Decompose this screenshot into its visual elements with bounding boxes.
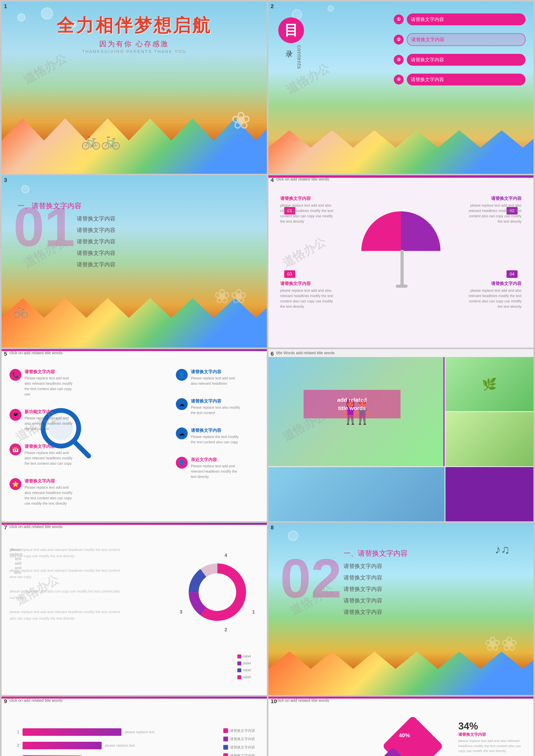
heart-icon: ❤ <box>10 409 21 421</box>
menu-label-3: 请替换文字内容 <box>411 57 444 62</box>
item-title-6: 请替换文字内容 <box>191 398 242 404</box>
legend-right: 请替换文字内容 请替换文字内容 请替换文字内容 请替换文字内容 <box>223 728 255 756</box>
text-title-4: 请替换文字内容 <box>466 280 521 287</box>
axis-2: 2 <box>224 627 227 632</box>
slide3-section-title: 一、请替换文字内容 <box>17 201 81 211</box>
slide5-right-items: 👤 请替换文字内容 Please replace text add and al… <box>176 369 259 480</box>
legend-text: 请替换文字内容 <box>230 737 255 741</box>
bubble <box>21 185 29 193</box>
slide5-item-6: ☁ 请替换文字内容 Please replace text also modif… <box>176 398 259 416</box>
list-item-5: 请替换文字内容 <box>77 261 116 268</box>
legend-label-3: label <box>243 668 251 672</box>
star-icon: ⭐ <box>10 478 21 490</box>
slide-9: 9 click on add related title words 1 ple… <box>2 697 267 756</box>
bar-text-2: please replace text <box>105 743 168 748</box>
item-title-7: 请替换文字内容 <box>191 427 242 433</box>
list-item-3: 请替换文字内容 <box>344 585 382 593</box>
menu-bar-1: 请替换文字内容 <box>407 14 525 25</box>
legend-dot-1 <box>237 654 241 658</box>
text-desc-1: please replace text add and also relevan… <box>280 203 336 224</box>
legend-label-1: label <box>243 654 251 658</box>
bike-icon: 🚲🚲 <box>81 131 121 150</box>
list-item-1: 请替换文字内容 <box>344 563 382 570</box>
legend-r2: 请替换文字内容 <box>223 737 255 741</box>
cloud-icon: ☁ <box>176 398 188 410</box>
slide1-subtitle: 因为有你 心存感激 <box>2 39 267 49</box>
nature-icon: 🌿 <box>482 377 497 391</box>
music-note: ♪♫ <box>495 543 510 556</box>
umbrella-handle <box>401 250 404 286</box>
label-04-text: 04 <box>510 272 515 276</box>
bar-row-1: 1 please replace text <box>14 728 168 736</box>
menu-item-1: ① 请替换文字内容 <box>394 14 525 25</box>
legend-dot <box>223 728 228 733</box>
bar-fill-3 <box>22 755 82 756</box>
slide-title: title Words add related title words <box>276 351 335 355</box>
slide-number: 7 <box>4 524 7 531</box>
list-item-5: 请替换文字内容 <box>344 608 382 616</box>
bar-label-1: 1 <box>14 730 19 735</box>
slide8-section-title: 一、请替换文字内容 <box>344 549 408 558</box>
legend-dot <box>223 745 228 750</box>
umbrella-top <box>361 211 440 251</box>
slide-number: 1 <box>4 3 7 10</box>
legend-item-1: label <box>237 654 251 658</box>
bar-row-2: 2 please replace text <box>14 742 168 749</box>
slide-4: 4 click on add related title words 01 02… <box>268 175 534 348</box>
slide5-item-4: ⭐ 请替换文字内容 Please replace text add and al… <box>10 478 108 506</box>
slide1-eng: THANKSGIVING PARENTS THANK YOU <box>2 49 267 54</box>
legend-dot-2 <box>237 661 241 665</box>
legend-text: 请替换文字内容 <box>230 753 255 756</box>
bubble <box>328 6 334 12</box>
legend-label-2: label <box>243 661 251 665</box>
text-row-1: please replace text add and relevant hea… <box>10 547 120 560</box>
legend-r1: 请替换文字内容 <box>223 728 255 733</box>
slide8-list: 请替换文字内容 请替换文字内容 请替换文字内容 请替换文字内容 请替换文字内容 <box>344 563 382 620</box>
bike-icon: 🚲 <box>14 304 28 318</box>
lu-char: 录 <box>284 45 294 46</box>
menu-label-1: 请替换文字内容 <box>411 16 444 22</box>
pct-34: 34% <box>458 720 521 732</box>
photo-main: 👫 add relatedtitle words <box>268 357 445 466</box>
photo-right-1: 🌿 <box>445 357 534 411</box>
slide-10: 10 click on add related title words 40% … <box>268 697 534 756</box>
list-item-2: 请替换文字内容 <box>344 574 382 581</box>
item-text-4: 请替换文字内容 Please replace text add and also… <box>24 478 76 506</box>
legend-item-2: label <box>237 661 251 665</box>
text-row-4: please replace text add and relevant hea… <box>10 609 120 622</box>
umbrella-hook <box>396 285 408 288</box>
photo-grid: 👫 add relatedtitle words 🌿 <box>268 357 534 521</box>
bar-text-1: please replace text <box>125 730 168 734</box>
slide-1: 全力相伴梦想启航 因为有你 心存感激 THANKSGIVING PARENTS … <box>2 2 267 174</box>
slide-2: 目 录 contents ① 请替换文字内容 ② 请替换文字内容 ③ 请替换文字… <box>268 2 534 174</box>
item-desc-6: Please replace text also modify the text… <box>191 405 242 416</box>
item-text-5: 请替换文字内容 Please replace text add and also… <box>191 369 242 386</box>
stat-34: 34% 请替换文字内容 please replace text add and … <box>458 720 521 754</box>
text-title-2: 请替换文字内容 <box>466 195 521 202</box>
svg-line-1 <box>74 441 89 456</box>
slide-7: 7 click on add related title words pleas… <box>2 523 267 695</box>
slide-5: 5 click on add related title words 📞 请替换… <box>2 349 267 521</box>
list-item-3: 请替换文字内容 <box>77 238 116 246</box>
text-block-left: please replace text add and relevant hea… <box>10 547 120 622</box>
label-04: 04 <box>507 270 518 278</box>
phone-icon: 📞 <box>10 369 21 381</box>
item-title-1: 请替换文字内容 <box>24 369 76 375</box>
cloud2-icon: ☁ <box>176 427 188 439</box>
slide8-big-num: 02 <box>280 547 342 610</box>
slide-number: 9 <box>4 698 7 705</box>
slide-3: 01 一、请替换文字内容 请替换文字内容 请替换文字内容 请替换文字内容 请替换… <box>2 175 267 348</box>
text-block-4: 请替换文字内容 please replace text add and also… <box>466 280 521 309</box>
item-text-6: 请替换文字内容 Please replace text also modify … <box>191 398 242 416</box>
slide-number: 3 <box>4 177 7 183</box>
slide-number: 2 <box>271 3 274 10</box>
photo-bottom-right <box>445 467 534 521</box>
item-desc-4: Please replace text add and also relevan… <box>24 485 76 506</box>
photo-right-2 <box>445 412 534 466</box>
stat-desc-34: please replace text add and also relevan… <box>458 739 521 754</box>
bar-label-2: 2 <box>14 743 19 748</box>
slide-title: click on add related title words <box>10 524 63 529</box>
pct-label-40: 40% <box>399 732 410 739</box>
menu-bar-3: 请替换文字内容 <box>407 54 525 66</box>
vertical-line <box>443 357 445 466</box>
